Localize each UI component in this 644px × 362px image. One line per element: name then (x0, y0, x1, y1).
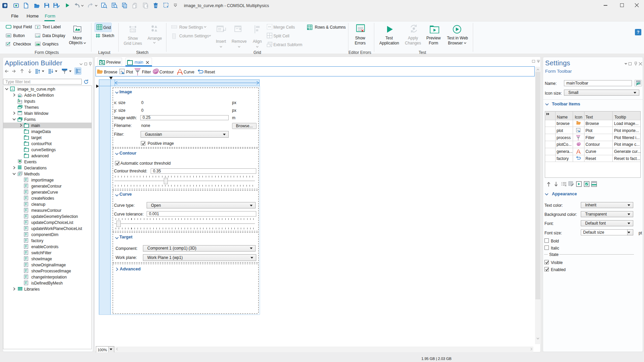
svg-text:OK: OK (7, 35, 10, 37)
svg-text:T: T (37, 26, 39, 29)
svg-text:?: ? (637, 30, 640, 35)
svg-text:1.23: 1.23 (36, 35, 40, 37)
svg-text:A: A (11, 88, 13, 91)
svg-text:1.23: 1.23 (131, 29, 135, 32)
